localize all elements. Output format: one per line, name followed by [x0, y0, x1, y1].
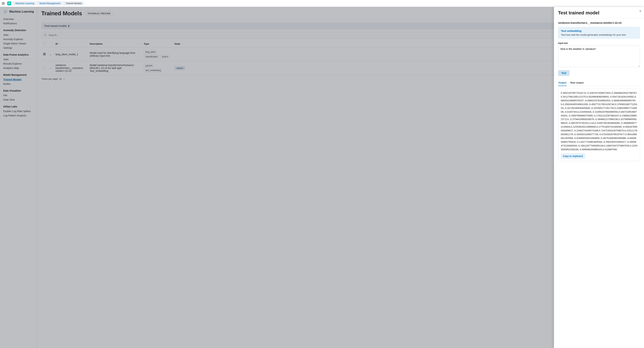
tab-output[interactable]: Output [558, 80, 567, 86]
output-text: 0.39521875977516174,-0.3263707458972931,… [561, 91, 637, 152]
tab-raw-output[interactable]: Raw output [570, 80, 584, 86]
breadcrumb: Machine Learning Model Management Traine… [13, 1, 84, 5]
output-box: 0.39521875977516174,-0.3263707458972931,… [558, 89, 640, 161]
copy-to-clipboard-button[interactable]: Copy to clipboard [561, 153, 585, 159]
info-panel-text: Test how well the model generates embedd… [561, 33, 637, 36]
test-button[interactable]: Test [558, 70, 570, 76]
close-icon[interactable]: ✕ [639, 9, 642, 13]
test-model-flyout: Test trained model ✕ sentence-transforme… [554, 7, 644, 348]
input-text-label: Input text [558, 42, 640, 44]
top-bar: D Machine Learning Model Management Trai… [0, 0, 644, 7]
breadcrumb-item-current: Trained Models [62, 1, 84, 5]
menu-icon[interactable] [2, 1, 6, 5]
space-avatar[interactable]: D [7, 1, 11, 5]
breadcrumb-item[interactable]: Model Management [36, 1, 63, 5]
input-text-field[interactable] [558, 45, 640, 67]
info-panel: Text embedding Test how well the model g… [558, 27, 640, 39]
overlay-scrim[interactable] [0, 7, 644, 348]
info-panel-title: Text embedding [561, 29, 637, 32]
breadcrumb-item[interactable]: Machine Learning [13, 1, 37, 5]
output-tabs: Output Raw output [558, 80, 640, 86]
flyout-model-name: sentence-transformers__msmarco-minilm-l-… [558, 21, 640, 24]
flyout-title: Test trained model [558, 10, 640, 16]
